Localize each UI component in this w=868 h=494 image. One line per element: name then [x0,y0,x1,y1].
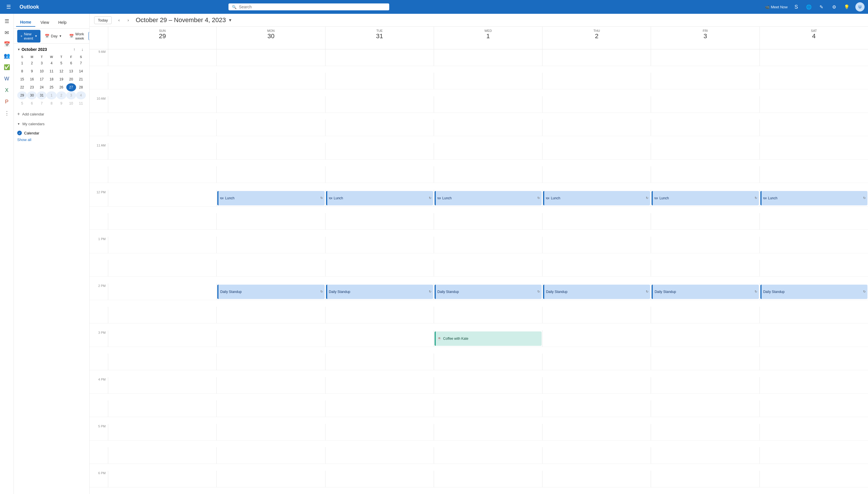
cal-cell[interactable] [651,119,759,136]
cal-cell[interactable] [760,307,868,323]
skype-icon[interactable]: S [792,3,800,11]
day-dropdown-arrow[interactable]: ▼ [59,35,62,38]
cal-cell[interactable] [542,354,651,370]
mini-cal-day[interactable]: 13 [66,67,76,75]
cal-cell[interactable] [216,354,325,370]
cal-cell[interactable] [760,377,868,394]
cal-cell[interactable] [434,166,542,183]
cal-cell[interactable] [108,447,216,464]
mini-cal-day[interactable]: 21 [76,75,86,83]
cal-cell[interactable] [325,50,434,66]
mini-cal-day[interactable]: 1 [46,91,56,99]
show-all-link[interactable]: Show all [14,136,89,143]
cal-cell[interactable] [760,119,868,136]
lunch-event[interactable]: 🍽Lunch↻ [761,191,867,205]
cal-cell[interactable] [325,213,434,230]
cal-cell[interactable] [651,447,759,464]
cal-cell[interactable] [651,377,759,394]
lunch-event[interactable]: 🍽Lunch↻ [543,191,650,205]
mini-cal-day[interactable]: 2 [57,91,66,99]
cal-cell[interactable] [760,400,868,417]
lunch-event[interactable]: 🍽Lunch↻ [652,191,758,205]
cal-cell[interactable] [760,330,868,347]
mini-cal-day[interactable]: 25 [46,83,56,91]
cal-cell[interactable] [434,73,542,89]
day-header-tue[interactable]: Tue31 [325,27,434,50]
cal-cell[interactable] [325,119,434,136]
mail-icon[interactable]: ✉ [2,27,12,38]
mini-cal-day[interactable]: 5 [17,99,27,108]
cal-cell[interactable] [760,447,868,464]
cal-cell[interactable] [651,73,759,89]
help-icon[interactable]: 💡 [843,3,851,11]
cal-cell[interactable] [108,354,216,370]
cal-cell[interactable] [216,400,325,417]
mini-cal-collapse-icon[interactable]: ▼ [17,48,20,51]
cal-cell[interactable] [760,96,868,113]
mini-cal-day[interactable]: 9 [27,67,37,75]
cal-cell[interactable] [216,73,325,89]
tab-help[interactable]: Help [54,18,71,26]
mini-cal-day[interactable]: 28 [76,83,86,91]
mini-cal-day[interactable]: 24 [37,83,46,91]
mini-cal-day[interactable]: 8 [17,67,27,75]
prev-week-button[interactable]: ‹ [115,16,123,24]
cal-cell[interactable] [108,424,216,441]
cal-cell[interactable] [325,307,434,323]
cal-cell[interactable] [651,330,759,347]
calendar-item-calendar[interactable]: ✓ Calendar [14,130,89,136]
day-header-fri[interactable]: Fri3 [651,27,759,50]
mini-cal-day[interactable]: 8 [46,99,56,108]
mini-cal-day[interactable]: 3 [37,59,46,67]
mini-cal-day[interactable]: 16 [27,75,37,83]
mini-cal-prev[interactable]: ↑ [71,46,78,53]
cal-cell[interactable] [108,400,216,417]
mini-cal-day[interactable]: 22 [17,83,27,91]
cal-cell[interactable]: Daily Standup↻ [542,284,651,300]
cal-cell[interactable] [651,424,759,441]
cal-cell[interactable] [216,96,325,113]
cal-cell[interactable] [325,471,434,488]
cal-cell[interactable] [760,354,868,370]
cal-cell[interactable] [325,330,434,347]
mini-cal-day[interactable]: 9 [57,99,66,108]
cal-cell[interactable] [651,166,759,183]
day-header-sun[interactable]: Sun29 [108,27,216,50]
cal-cell[interactable] [651,400,759,417]
search-input[interactable] [239,5,386,9]
standup-event[interactable]: Daily Standup↻ [326,285,433,299]
day-button[interactable]: 📅 Day ▼ [42,32,65,40]
standup-event[interactable]: Daily Standup↻ [652,285,758,299]
cal-cell[interactable] [434,213,542,230]
cal-cell[interactable] [651,237,759,253]
cal-cell[interactable] [108,260,216,277]
mini-cal-next[interactable]: ↓ [79,46,86,53]
mini-cal-day[interactable]: 11 [76,99,86,108]
cal-cell[interactable] [108,237,216,253]
cal-cell[interactable] [108,119,216,136]
cal-cell[interactable] [434,471,542,488]
apps-icon[interactable]: ⋮ [2,108,12,118]
mini-cal-day[interactable]: 26 [57,83,66,91]
standup-event[interactable]: Daily Standup↻ [543,285,650,299]
lunch-event[interactable]: 🍽Lunch↻ [435,191,541,205]
cal-cell[interactable] [325,377,434,394]
mini-cal-day[interactable]: 4 [46,59,56,67]
cal-cell[interactable] [325,237,434,253]
cal-cell[interactable] [216,260,325,277]
cal-cell[interactable] [434,400,542,417]
cal-cell[interactable] [542,119,651,136]
mini-cal-day[interactable]: 17 [37,75,46,83]
cal-cell[interactable] [542,143,651,160]
mini-cal-day[interactable]: 4 [76,91,86,99]
cal-cell[interactable] [651,96,759,113]
cal-cell[interactable] [542,400,651,417]
cal-cell[interactable] [108,330,216,347]
mini-cal-day[interactable]: 6 [66,59,76,67]
mini-cal-day[interactable]: 19 [57,75,66,83]
cal-cell[interactable] [542,50,651,66]
cal-cell[interactable] [651,471,759,488]
tasks-icon[interactable]: ✅ [2,62,12,72]
mini-cal-day[interactable]: 14 [76,67,86,75]
cal-cell[interactable] [325,424,434,441]
